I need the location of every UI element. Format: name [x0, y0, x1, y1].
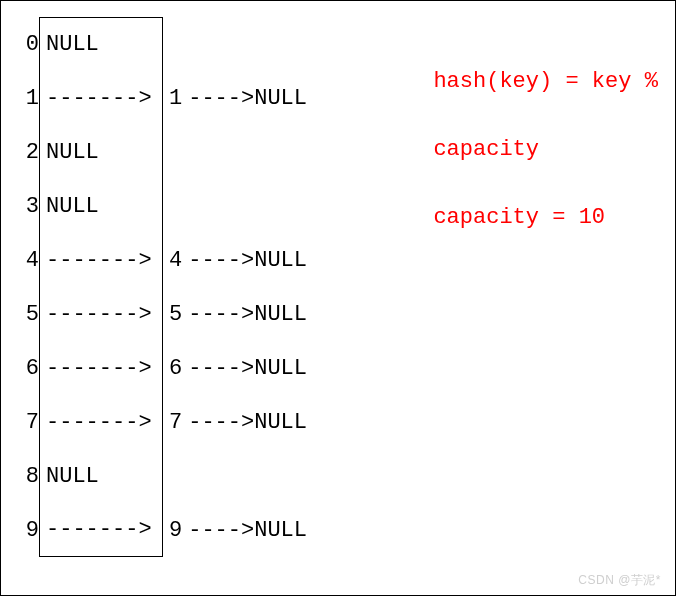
bucket-cell: ------->: [39, 233, 163, 287]
bucket-chain: 1---->NULL: [163, 86, 307, 111]
bucket-row-3: 3NULL: [13, 179, 307, 233]
bucket-chain: 9---->NULL: [163, 518, 307, 543]
node-value: 6: [169, 356, 182, 381]
arrow-icon: ------->: [46, 410, 152, 435]
watermark: CSDN @芋泥*: [578, 572, 661, 589]
bucket-index: 3: [13, 194, 39, 219]
bucket-index: 9: [13, 518, 39, 543]
bucket-cell: NULL: [39, 179, 163, 233]
node-value: 5: [169, 302, 182, 327]
arrow-icon: ------->: [46, 248, 152, 273]
bucket-index: 0: [13, 32, 39, 57]
bucket-chain: 4---->NULL: [163, 248, 307, 273]
bucket-row-2: 2NULL: [13, 125, 307, 179]
bucket-cell: ------->: [39, 341, 163, 395]
bucket-row-9: 9------->9---->NULL: [13, 503, 307, 557]
bucket-chain: 7---->NULL: [163, 410, 307, 435]
arrow-icon: ---->: [188, 302, 254, 327]
bucket-chain: 5---->NULL: [163, 302, 307, 327]
null-label: NULL: [254, 302, 307, 327]
arrow-icon: ------->: [46, 517, 152, 542]
null-label: NULL: [254, 410, 307, 435]
bucket-cell: ------->: [39, 287, 163, 341]
arrow-icon: ------->: [46, 302, 152, 327]
bucket-row-7: 7------->7---->NULL: [13, 395, 307, 449]
arrow-icon: ------->: [46, 86, 152, 111]
null-label: NULL: [254, 248, 307, 273]
null-label: NULL: [254, 356, 307, 381]
node-value: 7: [169, 410, 182, 435]
arrow-icon: ---->: [188, 86, 254, 111]
bucket-index: 1: [13, 86, 39, 111]
bucket-index: 6: [13, 356, 39, 381]
formula-line1: hash(key) = key %: [433, 69, 657, 94]
bucket-row-6: 6------->6---->NULL: [13, 341, 307, 395]
arrow-icon: ------->: [46, 356, 152, 381]
hash-table: 0NULL1------->1---->NULL2NULL3NULL4-----…: [13, 17, 307, 557]
bucket-row-5: 5------->5---->NULL: [13, 287, 307, 341]
null-label: NULL: [254, 518, 307, 543]
null-label: NULL: [254, 86, 307, 111]
formula-line2: capacity: [433, 137, 539, 162]
node-value: 1: [169, 86, 182, 111]
arrow-icon: ---->: [188, 248, 254, 273]
hash-formula: hash(key) = key % capacity capacity = 10: [407, 31, 658, 235]
null-label: NULL: [46, 140, 99, 165]
bucket-cell: ------->: [39, 503, 163, 557]
null-label: NULL: [46, 32, 99, 57]
bucket-chain: 6---->NULL: [163, 356, 307, 381]
bucket-row-4: 4------->4---->NULL: [13, 233, 307, 287]
node-value: 4: [169, 248, 182, 273]
bucket-row-0: 0NULL: [13, 17, 307, 71]
bucket-index: 8: [13, 464, 39, 489]
arrow-icon: ---->: [188, 356, 254, 381]
arrow-icon: ---->: [188, 410, 254, 435]
bucket-index: 2: [13, 140, 39, 165]
null-label: NULL: [46, 194, 99, 219]
node-value: 9: [169, 518, 182, 543]
formula-line3: capacity = 10: [433, 205, 605, 230]
bucket-index: 5: [13, 302, 39, 327]
bucket-row-1: 1------->1---->NULL: [13, 71, 307, 125]
bucket-cell: NULL: [39, 125, 163, 179]
bucket-index: 7: [13, 410, 39, 435]
bucket-cell: ------->: [39, 395, 163, 449]
bucket-cell: ------->: [39, 71, 163, 125]
arrow-icon: ---->: [188, 518, 254, 543]
bucket-index: 4: [13, 248, 39, 273]
bucket-cell: NULL: [39, 449, 163, 503]
null-label: NULL: [46, 464, 99, 489]
bucket-cell: NULL: [39, 17, 163, 71]
bucket-row-8: 8NULL: [13, 449, 307, 503]
